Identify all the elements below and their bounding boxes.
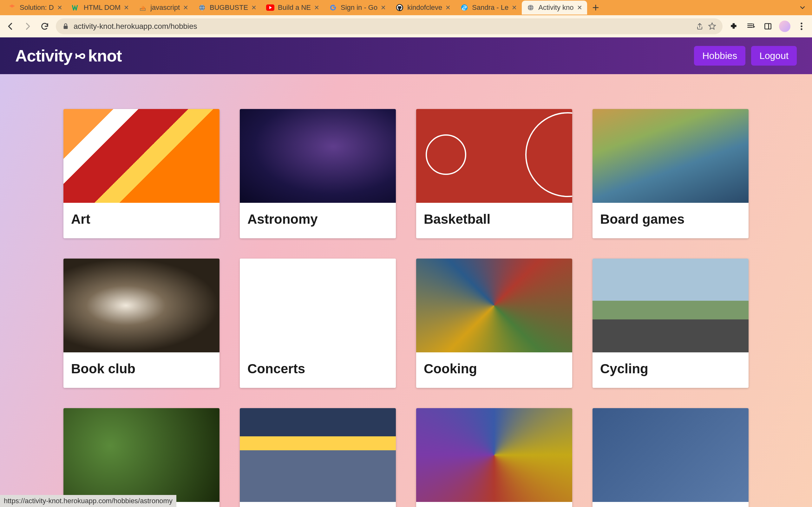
hobby-card[interactable]: Art <box>63 109 219 238</box>
side-panel-icon[interactable] <box>762 20 774 32</box>
hobby-thumbnail <box>240 408 396 502</box>
reading-list-icon[interactable] <box>745 20 757 32</box>
nav-right: Hobbies Logout <box>694 46 797 66</box>
svg-point-15 <box>801 28 802 30</box>
hobby-label: Basketball <box>416 203 572 238</box>
hobby-label: Cycling <box>593 352 749 388</box>
tab-close-icon[interactable]: ✕ <box>577 4 583 11</box>
share-icon[interactable] <box>696 22 704 30</box>
browser-tab[interactable]: Build a NE✕ <box>261 1 324 14</box>
status-bar: https://activity-knot.herokuapp.com/hobb… <box>0 495 176 507</box>
tab-strip: Solution: D✕HTML DOM✕javascript✕BUGBUSTE… <box>0 0 812 15</box>
hobby-card[interactable]: Astronomy <box>240 109 396 238</box>
tab-close-icon[interactable]: ✕ <box>314 4 320 11</box>
hobby-label: Cooking <box>416 352 572 388</box>
hobby-card[interactable]: Cycling <box>593 259 749 388</box>
hobby-thumbnail <box>240 109 396 203</box>
logo-text-b: knot <box>88 46 122 65</box>
hobby-card[interactable] <box>593 408 749 507</box>
hobby-label: Astronomy <box>240 203 396 238</box>
tab-title: HTML DOM <box>84 3 121 12</box>
hobby-card[interactable] <box>240 408 396 507</box>
tab-close-icon[interactable]: ✕ <box>57 4 63 11</box>
logo-text-a: Activity <box>15 46 72 65</box>
nav-link-hobbies[interactable]: Hobbies <box>694 46 745 66</box>
hobby-thumbnail <box>63 109 219 203</box>
hobby-thumbnail <box>416 259 572 352</box>
tab-title: Sign in - Go <box>341 3 377 12</box>
extensions-icon[interactable] <box>728 20 740 32</box>
browser-tab[interactable]: Sign in - Go✕ <box>324 1 391 14</box>
hobby-card[interactable]: Book club <box>63 259 219 388</box>
tab-title: BUGBUSTE <box>210 3 248 12</box>
browser-tab[interactable]: javascript✕ <box>134 1 193 14</box>
tab-title: Solution: D <box>20 3 54 12</box>
browser-tab[interactable]: Sandra - Le✕ <box>455 1 522 14</box>
tab-title: Activity kno <box>538 3 573 12</box>
hobby-card[interactable]: Board games <box>593 109 749 238</box>
tab-close-icon[interactable]: ✕ <box>445 4 451 11</box>
svg-point-13 <box>801 22 802 24</box>
tab-title: javascript <box>150 3 180 12</box>
hobby-thumbnail <box>416 109 572 203</box>
profile-avatar[interactable] <box>779 20 791 32</box>
address-bar[interactable]: activity-knot.herokuapp.com/hobbies <box>56 18 722 34</box>
browser-tab[interactable]: BUGBUSTE✕ <box>193 1 261 14</box>
bookmark-star-icon[interactable] <box>708 22 716 31</box>
tab-title: kindofcleve <box>407 3 442 12</box>
tab-favicon-icon <box>8 3 16 12</box>
hobby-thumbnail <box>593 408 749 502</box>
tab-close-icon[interactable]: ✕ <box>380 4 386 11</box>
app-navbar: Activity knot Hobbies Logout <box>0 38 812 74</box>
tab-favicon-icon <box>328 3 338 12</box>
browser-chrome: Solution: D✕HTML DOM✕javascript✕BUGBUSTE… <box>0 0 812 38</box>
hobby-thumbnail <box>593 109 749 203</box>
tab-favicon-icon <box>138 3 147 12</box>
svg-point-14 <box>801 25 802 27</box>
app-logo[interactable]: Activity knot <box>15 46 122 65</box>
tab-favicon-icon <box>198 3 206 12</box>
hobby-label <box>240 502 396 507</box>
reload-button[interactable] <box>39 20 51 32</box>
hobby-thumbnail <box>63 408 219 502</box>
hobby-thumbnail <box>63 259 219 352</box>
new-tab-button[interactable] <box>590 2 601 13</box>
tab-favicon-icon <box>526 3 535 12</box>
tab-favicon-icon <box>460 3 469 12</box>
tab-favicon-icon <box>266 3 275 12</box>
tab-close-icon[interactable]: ✕ <box>512 4 517 11</box>
svg-rect-11 <box>765 23 771 29</box>
page-content: Activity knot Hobbies Logout ArtAstronom… <box>0 38 812 507</box>
knot-icon <box>73 49 88 63</box>
tab-close-icon[interactable]: ✕ <box>183 4 189 11</box>
hobby-card[interactable]: Cooking <box>416 259 572 388</box>
hobby-label <box>416 502 572 507</box>
tab-favicon-icon <box>72 3 81 12</box>
tab-close-icon[interactable]: ✕ <box>251 4 257 11</box>
hobby-card[interactable] <box>63 408 219 507</box>
hobby-card[interactable]: Concerts <box>240 259 396 388</box>
hobby-card[interactable]: Basketball <box>416 109 572 238</box>
hobby-thumbnail <box>593 259 749 352</box>
nav-link-logout[interactable]: Logout <box>751 46 797 66</box>
hobby-thumbnail <box>416 408 572 502</box>
url-text: activity-knot.herokuapp.com/hobbies <box>73 22 692 31</box>
browser-tab[interactable]: HTML DOM✕ <box>67 1 134 14</box>
tab-title: Sandra - Le <box>472 3 508 12</box>
tab-close-icon[interactable]: ✕ <box>124 4 130 11</box>
tab-favicon-icon <box>395 3 404 12</box>
hobby-label: Art <box>63 203 219 238</box>
browser-tab[interactable]: Solution: D✕ <box>3 1 67 14</box>
browser-toolbar: activity-knot.herokuapp.com/hobbies <box>0 15 812 38</box>
tabs-dropdown-button[interactable] <box>796 1 809 14</box>
kebab-menu-icon[interactable] <box>796 20 808 32</box>
back-button[interactable] <box>4 20 16 32</box>
hobby-grid: ArtAstronomyBasketballBoard gamesBook cl… <box>0 74 812 507</box>
lock-icon <box>62 23 69 30</box>
hobby-label: Book club <box>63 352 219 388</box>
hobby-card[interactable] <box>416 408 572 507</box>
browser-tab[interactable]: kindofcleve✕ <box>391 1 455 14</box>
hobby-label: Concerts <box>240 352 396 388</box>
forward-button[interactable] <box>21 20 34 32</box>
browser-tab[interactable]: Activity kno✕ <box>522 1 587 14</box>
